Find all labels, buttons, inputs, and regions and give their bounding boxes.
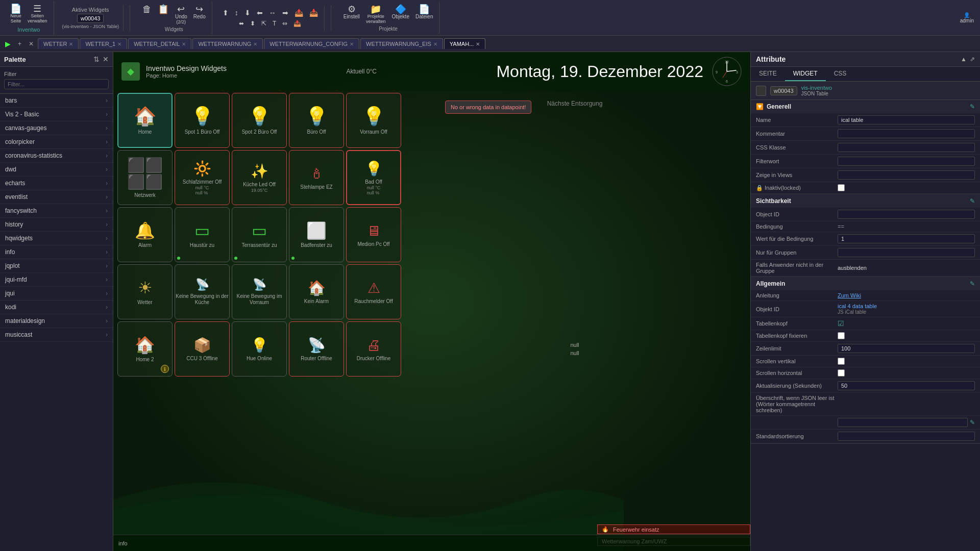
attr-wiki-link[interactable]: Zum Wiki (838, 292, 861, 298)
tab-add-button[interactable]: + (15, 40, 24, 47)
palette-item-kodi[interactable]: kodi› (0, 300, 113, 314)
widget-netzwerk[interactable]: ⬛⬛⬛⬛ Netzwerk (117, 150, 173, 205)
widget-hue-online[interactable]: 💡 Hue Online (232, 321, 287, 377)
palette-sort-icon[interactable]: ⇅ (93, 55, 100, 63)
admin-button[interactable]: 👤 admin (958, 11, 976, 24)
palette-item-coronavirus[interactable]: coronavirus-statistics› (0, 149, 113, 163)
palette-item-jqui[interactable]: jqui› (0, 287, 113, 300)
widget-alarm[interactable]: 🔔 Alarm (117, 207, 173, 262)
text-align[interactable]: T (271, 19, 278, 28)
attr-standardsortierung-input[interactable] (838, 432, 975, 441)
tab-wetterwarnung-config-close[interactable]: ✕ (350, 41, 354, 47)
undo-button[interactable]: ↩ Undo (2/2) (173, 4, 189, 26)
widget-vorraum-off[interactable]: 💡 Vorraum Off (346, 93, 401, 148)
widget-buro-off[interactable]: 💡 Büro Off (289, 93, 344, 148)
settings-button[interactable]: ⚙ Einstell (341, 4, 362, 25)
palette-close-icon[interactable]: ✕ (103, 55, 109, 63)
widget-ccu3[interactable]: 📦 CCU 3 Offline (175, 321, 230, 377)
tab-yamaha-close[interactable]: ✕ (476, 41, 480, 47)
tab-wetter-detail-close[interactable]: ✕ (182, 41, 186, 47)
widget-stehlampe[interactable]: 🕯 Stehlampe EZ (289, 150, 344, 205)
tab-wetter-close[interactable]: ✕ (69, 41, 73, 47)
palette-item-dwd[interactable]: dwd› (0, 163, 113, 177)
projects-manage-button[interactable]: 📁 Projekte verwalten (364, 4, 388, 25)
widget-badfenster[interactable]: ⬜ Badfenster zu (289, 207, 344, 262)
attr-up-icon[interactable]: ▲ (961, 56, 967, 63)
tab-wetter1[interactable]: WETTER_1 ✕ (80, 38, 127, 49)
attr-tab-css[interactable]: CSS (826, 67, 855, 81)
generell-section-header[interactable]: 🔽 Generell ✎ (751, 100, 980, 113)
sides-manage-button[interactable]: ☰ Seiten verwalten (26, 3, 50, 24)
attr-ueberschrift-input[interactable] (838, 418, 968, 427)
widget-keine-bewegung-kueche[interactable]: 📡 Keine Bewegung in der Küche (175, 264, 230, 319)
align-right[interactable]: ➡ (280, 8, 290, 18)
filter-input[interactable] (4, 79, 109, 89)
tab-wetter1-close[interactable]: ✕ (117, 41, 121, 47)
palette-item-vis2basic[interactable]: Vis 2 - Basic› (0, 108, 113, 121)
shrink[interactable]: ⇱ (259, 19, 268, 28)
align-vcenter[interactable]: ↕ (233, 8, 240, 18)
widget-haustuer[interactable]: ▭ Haustür zu (175, 207, 230, 262)
palette-item-materialdesign[interactable]: materialdesign› (0, 314, 113, 328)
attr-tabellenkopf-checkbox[interactable]: ☑ (838, 319, 844, 328)
tab-play-button[interactable]: ▶ (2, 40, 14, 48)
attr-scrollen-horizontal-checkbox[interactable] (838, 369, 845, 377)
attr-objekt-id-value[interactable]: ical 4 data table (838, 303, 877, 309)
tab-wetterwarnung-config[interactable]: WETTERWARNUNG_CONFIG ✕ (264, 38, 359, 49)
widget-schlafzimmer[interactable]: 🔆 Schlafzimmer Off null °Cnull % (175, 150, 230, 205)
widget-wetter[interactable]: ☀ Wetter (117, 264, 173, 319)
delete-button[interactable]: 🗑 (140, 4, 154, 26)
files-button[interactable]: 📄 Dateien (413, 4, 435, 25)
palette-item-echarts[interactable]: echarts› (0, 177, 113, 190)
sichtbarkeit-expand-icon[interactable]: ✎ (970, 197, 975, 205)
attr-edit-icon[interactable]: ✎ (970, 419, 975, 426)
widget-terrassentuer[interactable]: ▭ Terrassentür zu (232, 207, 287, 262)
canvas-area[interactable]: ◆ Inventwo Design Widgets Page: Home Akt… (113, 52, 750, 551)
align-left[interactable]: ⬅ (255, 8, 265, 18)
mirror[interactable]: ⇔ (280, 19, 289, 28)
tab-close-all-button[interactable]: ✕ (26, 40, 37, 47)
widget-rauchmelder[interactable]: ⚠ Rauchmelder Off (346, 264, 401, 319)
tab-wetterwarnung-close[interactable]: ✕ (253, 41, 257, 47)
attr-zeige-views-input[interactable] (838, 170, 975, 180)
palette-item-eventlist[interactable]: eventlist› (0, 190, 113, 204)
expand-v[interactable]: ⬍ (248, 19, 257, 28)
sichtbarkeit-section-header[interactable]: Sichtbarkeit ✎ (751, 194, 980, 208)
palette-item-bars[interactable]: bars› (0, 94, 113, 108)
align-bottom[interactable]: ⬇ (242, 8, 253, 18)
tab-wetter[interactable]: WETTER ✕ (38, 38, 79, 49)
palette-item-history[interactable]: history› (0, 218, 113, 232)
tab-wetterwarnung[interactable]: WETTERWARNUNG ✕ (192, 38, 263, 49)
align-top[interactable]: ⬆ (220, 8, 231, 18)
palette-item-jqui-mfd[interactable]: jqui-mfd› (0, 273, 113, 287)
generell-expand-icon[interactable]: ✎ (970, 103, 975, 110)
allgemein-expand-icon[interactable]: ✎ (970, 280, 975, 287)
tab-yamaha[interactable]: YAMAH... ✕ (444, 38, 485, 49)
attr-name-input[interactable] (838, 115, 975, 124)
widget-keine-bewegung-vorraum[interactable]: 📡 Keine Bewegung im Vorraum (232, 264, 287, 319)
redo-button[interactable]: ↪ Redo (191, 4, 208, 26)
widget-spot1-buro[interactable]: 💡 Spot 1 Büro Off (175, 93, 230, 148)
attr-zeilenlimit-input[interactable] (838, 344, 975, 353)
attr-css-klasse-input[interactable] (838, 143, 975, 152)
widget-home[interactable]: 🏠 Home (117, 93, 173, 148)
attr-object-id-input[interactable] (838, 210, 975, 219)
palette-item-canvas-gauges[interactable]: canvas-gauges› (0, 121, 113, 135)
copy-button[interactable]: 📋 (156, 4, 171, 26)
allgemein-section-header[interactable]: Allgemein ✎ (751, 277, 980, 290)
tab-wetter-detail[interactable]: WETTER_DETAIL ✕ (128, 38, 191, 49)
new-page-button[interactable]: 📄 Neue Seite (8, 3, 23, 24)
attr-tab-seite[interactable]: SEITE (751, 67, 785, 81)
export2[interactable]: 📤 (291, 19, 303, 28)
tab-wetterwarnung-eis[interactable]: WETTERWARNUNG_EIS ✕ (360, 38, 443, 49)
attr-tabellenkopf-fix-checkbox[interactable] (838, 332, 845, 339)
attr-tab-widget[interactable]: WIDGET (785, 67, 826, 81)
widget-kueche-led[interactable]: ✨ Küche Led Off 19.05°C (232, 150, 287, 205)
widget-drucker[interactable]: 🖨 Drucker Offline (346, 321, 401, 377)
palette-item-colorpicker[interactable]: colorpicker› (0, 135, 113, 149)
attr-expand-icon[interactable]: ⇗ (970, 56, 975, 63)
attr-nur-gruppen-input[interactable] (838, 248, 975, 257)
import-button[interactable]: 📥 (307, 8, 320, 18)
widget-medion-pc[interactable]: 🖥 Medion Pc Off (346, 207, 401, 262)
attr-aktualisierung-input[interactable] (838, 381, 975, 390)
